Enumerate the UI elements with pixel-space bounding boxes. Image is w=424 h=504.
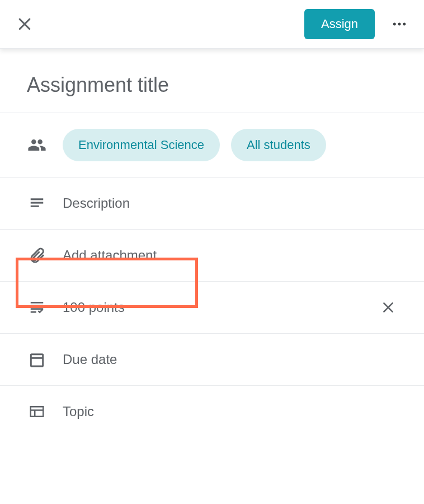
due-date-label: Due date <box>63 352 117 367</box>
grading-icon <box>27 297 47 318</box>
description-row[interactable]: Description <box>0 177 424 229</box>
more-horizontal-icon <box>391 16 408 32</box>
title-input[interactable]: Assignment title <box>27 73 397 97</box>
close-icon <box>381 300 395 315</box>
header-right: Assign <box>304 9 411 39</box>
description-icon <box>27 193 47 213</box>
svg-point-3 <box>398 23 401 26</box>
topic-row[interactable]: Topic <box>0 385 424 437</box>
header-left <box>13 13 36 35</box>
assign-button[interactable]: Assign <box>304 9 375 39</box>
attachment-label: Add attachment <box>63 248 157 263</box>
svg-rect-7 <box>31 206 39 207</box>
svg-rect-10 <box>31 308 44 310</box>
attachment-icon <box>27 245 47 265</box>
calendar-icon <box>27 349 47 370</box>
more-menu-button[interactable] <box>388 13 411 35</box>
svg-rect-11 <box>31 311 36 313</box>
svg-rect-16 <box>31 407 44 417</box>
audience-chips: Environmental Science All students <box>63 129 326 161</box>
chip-students[interactable]: All students <box>231 129 326 161</box>
description-label: Description <box>63 195 130 211</box>
content: Assignment title Environmental Science A… <box>0 49 424 437</box>
clear-points-button[interactable] <box>379 298 397 316</box>
svg-point-4 <box>403 23 406 26</box>
points-label: 100 points <box>63 300 125 315</box>
svg-point-2 <box>393 23 396 26</box>
attachment-row[interactable]: Add attachment <box>0 229 424 281</box>
svg-rect-9 <box>31 305 44 307</box>
due-date-row[interactable]: Due date <box>0 333 424 385</box>
points-row[interactable]: 100 points <box>0 281 424 333</box>
close-button[interactable] <box>13 13 36 35</box>
topic-icon <box>27 402 47 422</box>
svg-rect-5 <box>31 198 44 200</box>
header: Assign <box>0 0 424 49</box>
svg-rect-14 <box>31 354 43 366</box>
audience-row: Environmental Science All students <box>0 113 424 177</box>
chip-class[interactable]: Environmental Science <box>63 129 220 161</box>
topic-label: Topic <box>63 404 94 419</box>
people-icon <box>27 135 47 155</box>
svg-rect-8 <box>31 302 44 304</box>
svg-rect-6 <box>31 202 44 204</box>
close-icon <box>16 16 33 32</box>
title-row[interactable]: Assignment title <box>0 60 424 113</box>
